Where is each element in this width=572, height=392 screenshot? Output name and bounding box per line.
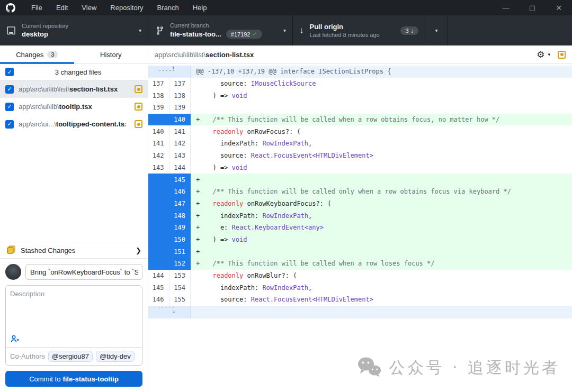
new-line-number[interactable]: 147	[169, 198, 190, 210]
diff-line-row[interactable]: 144153 readonly onRowBlur?: (	[148, 270, 572, 282]
old-line-number[interactable]: 143	[148, 162, 169, 174]
old-line-number[interactable]	[148, 174, 169, 186]
current-repository-button[interactable]: Current repository desktop ▾	[0, 15, 148, 45]
old-line-number[interactable]: 140	[148, 125, 169, 138]
file-row[interactable]: ✓app\src\ui\lib\list\section-list.tsx	[0, 80, 148, 98]
menu-edit[interactable]: Edit	[49, 0, 75, 15]
pull-origin-button[interactable]: ↓ Pull origin Last fetched 8 minutes ago…	[293, 15, 425, 45]
file-checkbox[interactable]: ✓	[5, 103, 14, 111]
new-line-number[interactable]: 146	[169, 186, 190, 198]
new-line-number[interactable]: 152	[169, 258, 190, 270]
new-line-number[interactable]: 151	[169, 245, 190, 258]
last-fetched-text: Last fetched 8 minutes ago	[310, 32, 380, 38]
diff-code-line: ) => void	[205, 236, 247, 243]
diff-line-row[interactable]: 140+ /** This function will be called wh…	[148, 114, 572, 126]
new-line-number[interactable]: 141	[169, 125, 190, 138]
coauthor-chip[interactable]: @sergiou87	[48, 351, 93, 362]
watermark: 公众号 · 追逐时光者	[357, 356, 560, 379]
new-line-number[interactable]: 142	[169, 138, 190, 150]
diff-line-row[interactable]: 145154 indexPath: RowIndexPath,	[148, 281, 572, 294]
minimize-button[interactable]: —	[493, 0, 519, 15]
menu-repository[interactable]: Repository	[103, 0, 150, 15]
file-row[interactable]: ✓app\src\ui\lib\tooltip.tsx	[0, 98, 148, 115]
gear-dropdown-caret-icon[interactable]: ▾	[548, 52, 550, 57]
old-line-number[interactable]	[148, 186, 169, 198]
old-line-number[interactable]: 141	[148, 138, 169, 150]
old-line-number[interactable]	[148, 234, 169, 246]
current-branch-button[interactable]: Current branch file-status-too... #17192…	[148, 15, 293, 45]
diff-hunk-header-row: ↑·····@@ -137,10 +137,19 @@ interface IS…	[148, 66, 572, 78]
diff-line-row[interactable]: 147+ readonly onRowKeyboardFocus?: (	[148, 198, 572, 210]
tab-changes[interactable]: Changes 3	[0, 45, 74, 63]
tab-history[interactable]: History	[74, 45, 148, 63]
new-line-number[interactable]: 145	[169, 174, 190, 186]
branch-dropdown-caret-icon: ▾	[278, 28, 286, 33]
commit-description-input[interactable]	[6, 286, 142, 332]
coauthor-chip[interactable]: @tidy-dev	[96, 351, 135, 362]
new-line-number[interactable]: 139	[169, 102, 190, 114]
diff-line-row[interactable]: 146155 source: React.FocusEvent<HTMLDivE…	[148, 294, 572, 306]
line-marker: +	[191, 260, 205, 267]
new-line-number[interactable]: 140	[169, 114, 190, 126]
close-button[interactable]: ✕	[546, 0, 572, 15]
new-line-number[interactable]: 148	[169, 209, 190, 222]
file-row[interactable]: ✓app\src\ui...\tooltipped-content.tsx	[0, 115, 148, 133]
commit-summary-input[interactable]	[25, 264, 142, 280]
new-line-number[interactable]: 138	[169, 89, 190, 102]
old-line-number[interactable]: 139	[148, 102, 169, 114]
pull-options-dropdown-button[interactable]: ▾	[425, 15, 448, 45]
expand-up-icon[interactable]: ↑·····	[148, 66, 191, 73]
diff-line-row[interactable]: 143144 ) => void	[148, 162, 572, 174]
old-line-number[interactable]: 146	[148, 294, 169, 306]
menu-file[interactable]: File	[24, 0, 49, 15]
file-path: app\src\ui\lib\tooltip.tsx	[19, 103, 126, 111]
menu-help[interactable]: Help	[186, 0, 214, 15]
old-line-number[interactable]: 137	[148, 78, 169, 90]
commit-button[interactable]: Commit to file-status-tooltip	[5, 371, 142, 387]
new-line-number[interactable]: 153	[169, 270, 190, 282]
diff-line-row[interactable]: 137137 source: IMouseClickSource	[148, 78, 572, 90]
diff-line-row[interactable]: 146+ /** This function will be called on…	[148, 186, 572, 198]
diff-line-row[interactable]: 142143 source: React.FocusEvent<HTMLDivE…	[148, 150, 572, 162]
file-checkbox[interactable]: ✓	[5, 85, 14, 94]
select-all-checkbox[interactable]: ✓	[5, 68, 14, 76]
gear-icon[interactable]: ⚙	[537, 50, 544, 59]
new-line-number[interactable]: 150	[169, 234, 190, 246]
diff-line-row[interactable]: 145+	[148, 174, 572, 186]
menu-branch[interactable]: Branch	[150, 0, 185, 15]
file-checkbox[interactable]: ✓	[5, 120, 14, 129]
old-line-number[interactable]: 142	[148, 150, 169, 162]
diff-line-row[interactable]: 140141 readonly onRowFocus?: (	[148, 125, 572, 138]
stashed-changes-row[interactable]: Stashed Changes ❯	[0, 242, 148, 259]
diff-line-row[interactable]: 138138 ) => void	[148, 89, 572, 102]
old-line-number[interactable]	[148, 222, 169, 234]
diff-expand-row[interactable]: ·····↓	[148, 306, 572, 318]
new-line-number[interactable]: 149	[169, 222, 190, 234]
old-line-number[interactable]: 138	[148, 89, 169, 102]
old-line-number[interactable]	[148, 114, 169, 126]
old-line-number[interactable]	[148, 258, 169, 270]
window-controls: — ▢ ✕	[493, 0, 572, 15]
maximize-button[interactable]: ▢	[519, 0, 546, 15]
diff-line-row[interactable]: 151+	[148, 245, 572, 258]
new-line-number[interactable]: 143	[169, 150, 190, 162]
old-line-number[interactable]	[148, 245, 169, 258]
old-line-number[interactable]: 145	[148, 281, 169, 294]
diff-line-row[interactable]: 139139	[148, 102, 572, 114]
menu-view[interactable]: View	[75, 0, 103, 15]
old-line-number[interactable]: 144	[148, 270, 169, 282]
diff-line-row[interactable]: 152+ /** This function will be called wh…	[148, 258, 572, 270]
diff-line-row[interactable]: 148+ indexPath: RowIndexPath,	[148, 209, 572, 222]
new-line-number[interactable]: 155	[169, 294, 190, 306]
expand-down-icon[interactable]: ·····↓	[148, 306, 191, 313]
new-line-number[interactable]: 154	[169, 281, 190, 294]
diff-line-row[interactable]: 141142 indexPath: RowIndexPath,	[148, 138, 572, 150]
modified-status-icon	[558, 51, 566, 59]
new-line-number[interactable]: 137	[169, 78, 190, 90]
diff-line-row[interactable]: 150+ ) => void	[148, 234, 572, 246]
add-coauthor-icon[interactable]	[11, 335, 20, 345]
old-line-number[interactable]	[148, 209, 169, 222]
old-line-number[interactable]	[148, 198, 169, 210]
new-line-number[interactable]: 144	[169, 162, 190, 174]
diff-line-row[interactable]: 149+ e: React.KeyboardEvent<any>	[148, 222, 572, 234]
